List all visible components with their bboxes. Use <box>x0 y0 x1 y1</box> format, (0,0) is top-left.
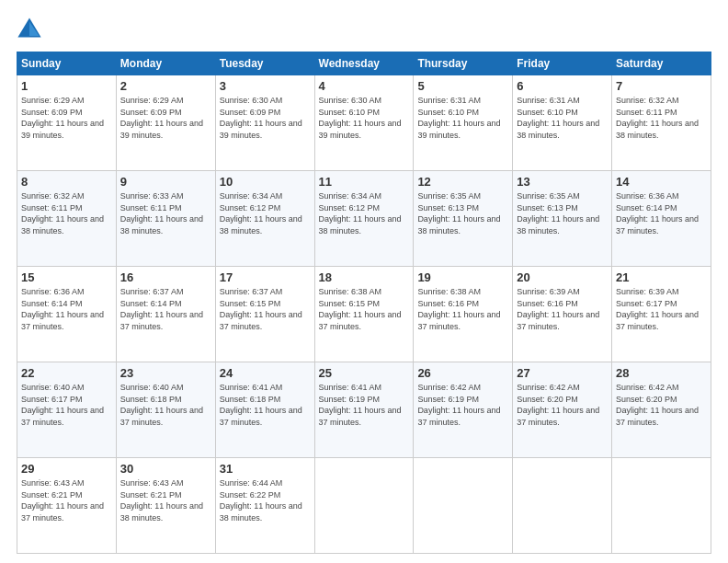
cell-info: Sunrise: 6:31 AMSunset: 6:10 PMDaylight:… <box>417 96 500 140</box>
logo-icon <box>17 17 42 42</box>
calendar-week-3: 15 Sunrise: 6:36 AMSunset: 6:14 PMDaylig… <box>17 267 711 362</box>
day-number: 22 <box>21 366 112 380</box>
cell-info: Sunrise: 6:32 AMSunset: 6:11 PMDaylight:… <box>21 191 104 236</box>
cell-info: Sunrise: 6:30 AMSunset: 6:09 PMDaylight:… <box>220 96 302 140</box>
calendar-cell: 9 Sunrise: 6:33 AMSunset: 6:11 PMDayligh… <box>116 171 215 267</box>
day-number: 18 <box>319 270 410 284</box>
calendar-week-2: 8 Sunrise: 6:32 AMSunset: 6:11 PMDayligh… <box>17 171 711 267</box>
calendar-cell: 4 Sunrise: 6:30 AMSunset: 6:10 PMDayligh… <box>314 75 414 171</box>
cell-info: Sunrise: 6:31 AMSunset: 6:10 PMDaylight:… <box>517 96 599 140</box>
day-number: 29 <box>21 462 112 476</box>
day-number: 31 <box>220 462 311 476</box>
day-number: 24 <box>220 366 311 380</box>
day-number: 28 <box>616 366 707 380</box>
day-number: 4 <box>319 79 410 93</box>
calendar-week-1: 1 Sunrise: 6:29 AMSunset: 6:09 PMDayligh… <box>17 75 711 171</box>
calendar-cell: 13 Sunrise: 6:35 AMSunset: 6:13 PMDaylig… <box>513 171 612 267</box>
calendar-cell <box>513 458 612 554</box>
day-number: 16 <box>120 270 211 284</box>
day-number: 27 <box>517 366 608 380</box>
calendar-cell: 5 Sunrise: 6:31 AMSunset: 6:10 PMDayligh… <box>414 75 513 171</box>
day-number: 9 <box>120 175 211 189</box>
calendar-cell: 20 Sunrise: 6:39 AMSunset: 6:16 PMDaylig… <box>513 267 612 362</box>
col-wednesday: Wednesday <box>314 52 414 75</box>
day-number: 26 <box>417 366 508 380</box>
day-number: 23 <box>120 366 211 380</box>
day-number: 19 <box>417 270 508 284</box>
calendar-cell: 26 Sunrise: 6:42 AMSunset: 6:19 PMDaylig… <box>414 362 513 458</box>
cell-info: Sunrise: 6:30 AMSunset: 6:10 PMDaylight:… <box>319 96 402 140</box>
calendar-cell: 25 Sunrise: 6:41 AMSunset: 6:19 PMDaylig… <box>314 362 414 458</box>
day-number: 14 <box>616 175 707 189</box>
calendar-cell: 31 Sunrise: 6:44 AMSunset: 6:22 PMDaylig… <box>215 458 314 554</box>
cell-info: Sunrise: 6:40 AMSunset: 6:18 PMDaylight:… <box>120 383 203 427</box>
cell-info: Sunrise: 6:41 AMSunset: 6:19 PMDaylight:… <box>319 383 402 427</box>
day-number: 30 <box>120 462 211 476</box>
page: Sunday Monday Tuesday Wednesday Thursday… <box>0 0 728 563</box>
col-tuesday: Tuesday <box>215 52 314 75</box>
calendar-cell: 27 Sunrise: 6:42 AMSunset: 6:20 PMDaylig… <box>513 362 612 458</box>
calendar-cell: 11 Sunrise: 6:34 AMSunset: 6:12 PMDaylig… <box>314 171 414 267</box>
calendar-cell <box>612 458 711 554</box>
calendar-cell: 18 Sunrise: 6:38 AMSunset: 6:15 PMDaylig… <box>314 267 414 362</box>
calendar-cell: 6 Sunrise: 6:31 AMSunset: 6:10 PMDayligh… <box>513 75 612 171</box>
day-number: 2 <box>120 79 211 93</box>
col-sunday: Sunday <box>17 52 117 75</box>
calendar-cell: 15 Sunrise: 6:36 AMSunset: 6:14 PMDaylig… <box>17 267 117 362</box>
day-number: 25 <box>319 366 410 380</box>
calendar-cell: 1 Sunrise: 6:29 AMSunset: 6:09 PMDayligh… <box>17 75 117 171</box>
col-saturday: Saturday <box>612 52 711 75</box>
calendar-cell: 16 Sunrise: 6:37 AMSunset: 6:14 PMDaylig… <box>116 267 215 362</box>
calendar-cell: 17 Sunrise: 6:37 AMSunset: 6:15 PMDaylig… <box>215 267 314 362</box>
day-number: 10 <box>220 175 311 189</box>
cell-info: Sunrise: 6:38 AMSunset: 6:15 PMDaylight:… <box>319 287 402 331</box>
day-number: 15 <box>21 270 112 284</box>
cell-info: Sunrise: 6:37 AMSunset: 6:14 PMDaylight:… <box>120 287 203 331</box>
cell-info: Sunrise: 6:36 AMSunset: 6:14 PMDaylight:… <box>616 191 699 236</box>
calendar-cell <box>314 458 414 554</box>
cell-info: Sunrise: 6:34 AMSunset: 6:12 PMDaylight:… <box>220 191 302 236</box>
cell-info: Sunrise: 6:39 AMSunset: 6:16 PMDaylight:… <box>517 287 599 331</box>
day-number: 8 <box>21 175 112 189</box>
cell-info: Sunrise: 6:34 AMSunset: 6:12 PMDaylight:… <box>319 191 402 236</box>
day-number: 7 <box>616 79 707 93</box>
day-number: 21 <box>616 270 707 284</box>
calendar-cell: 10 Sunrise: 6:34 AMSunset: 6:12 PMDaylig… <box>215 171 314 267</box>
col-thursday: Thursday <box>414 52 513 75</box>
day-number: 5 <box>417 79 508 93</box>
calendar-cell: 30 Sunrise: 6:43 AMSunset: 6:21 PMDaylig… <box>116 458 215 554</box>
calendar-cell: 14 Sunrise: 6:36 AMSunset: 6:14 PMDaylig… <box>612 171 711 267</box>
calendar-header-row: Sunday Monday Tuesday Wednesday Thursday… <box>17 52 711 75</box>
calendar-cell: 2 Sunrise: 6:29 AMSunset: 6:09 PMDayligh… <box>116 75 215 171</box>
day-number: 3 <box>220 79 311 93</box>
cell-info: Sunrise: 6:42 AMSunset: 6:20 PMDaylight:… <box>517 383 599 427</box>
calendar-cell: 22 Sunrise: 6:40 AMSunset: 6:17 PMDaylig… <box>17 362 117 458</box>
cell-info: Sunrise: 6:37 AMSunset: 6:15 PMDaylight:… <box>220 287 302 331</box>
day-number: 20 <box>517 270 608 284</box>
calendar-cell: 24 Sunrise: 6:41 AMSunset: 6:18 PMDaylig… <box>215 362 314 458</box>
calendar-cell: 29 Sunrise: 6:43 AMSunset: 6:21 PMDaylig… <box>17 458 117 554</box>
cell-info: Sunrise: 6:42 AMSunset: 6:19 PMDaylight:… <box>417 383 500 427</box>
day-number: 11 <box>319 175 410 189</box>
cell-info: Sunrise: 6:33 AMSunset: 6:11 PMDaylight:… <box>120 191 203 236</box>
cell-info: Sunrise: 6:36 AMSunset: 6:14 PMDaylight:… <box>21 287 104 331</box>
day-number: 6 <box>517 79 608 93</box>
calendar-cell: 8 Sunrise: 6:32 AMSunset: 6:11 PMDayligh… <box>17 171 117 267</box>
calendar-cell: 28 Sunrise: 6:42 AMSunset: 6:20 PMDaylig… <box>612 362 711 458</box>
day-number: 1 <box>21 79 112 93</box>
cell-info: Sunrise: 6:44 AMSunset: 6:22 PMDaylight:… <box>220 478 302 523</box>
calendar-cell: 3 Sunrise: 6:30 AMSunset: 6:09 PMDayligh… <box>215 75 314 171</box>
calendar-week-5: 29 Sunrise: 6:43 AMSunset: 6:21 PMDaylig… <box>17 458 711 554</box>
logo <box>17 17 46 42</box>
cell-info: Sunrise: 6:41 AMSunset: 6:18 PMDaylight:… <box>220 383 302 427</box>
calendar-cell: 12 Sunrise: 6:35 AMSunset: 6:13 PMDaylig… <box>414 171 513 267</box>
cell-info: Sunrise: 6:40 AMSunset: 6:17 PMDaylight:… <box>21 383 104 427</box>
calendar-cell: 23 Sunrise: 6:40 AMSunset: 6:18 PMDaylig… <box>116 362 215 458</box>
cell-info: Sunrise: 6:35 AMSunset: 6:13 PMDaylight:… <box>417 191 500 236</box>
cell-info: Sunrise: 6:29 AMSunset: 6:09 PMDaylight:… <box>120 96 203 140</box>
calendar-week-4: 22 Sunrise: 6:40 AMSunset: 6:17 PMDaylig… <box>17 362 711 458</box>
day-number: 13 <box>517 175 608 189</box>
calendar-cell <box>414 458 513 554</box>
cell-info: Sunrise: 6:42 AMSunset: 6:20 PMDaylight:… <box>616 383 699 427</box>
header <box>17 17 711 42</box>
